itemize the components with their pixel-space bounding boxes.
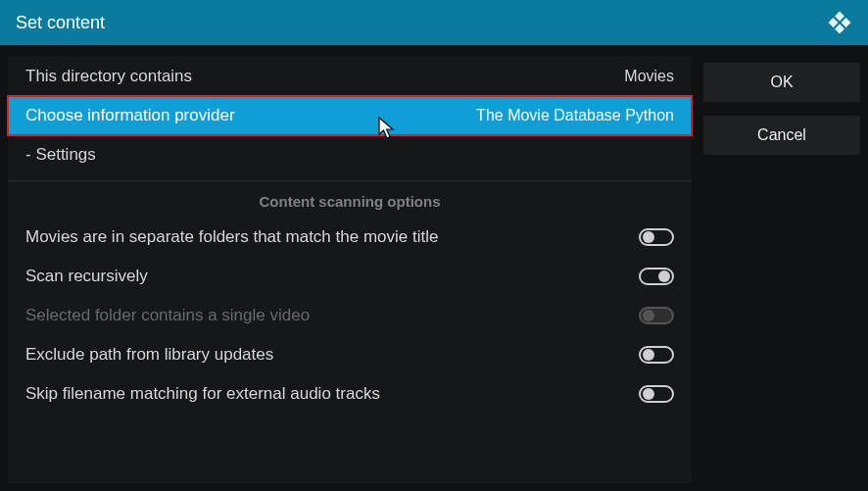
exclude-library-toggle[interactable] <box>639 346 674 364</box>
directory-contains-row[interactable]: This directory contains Movies <box>8 57 692 96</box>
svg-rect-3 <box>835 25 844 34</box>
skip-filename-label: Skip filename matching for external audi… <box>25 384 380 404</box>
single-video-row: Selected folder contains a single video <box>8 296 692 335</box>
skip-filename-row[interactable]: Skip filename matching for external audi… <box>8 374 692 414</box>
single-video-toggle <box>639 307 674 324</box>
scan-recursively-row[interactable]: Scan recursively <box>8 257 692 296</box>
titlebar: Set content <box>0 0 868 45</box>
provider-settings-label: - Settings <box>25 145 96 165</box>
kodi-logo-icon <box>827 10 852 35</box>
set-content-dialog: Set content This directory contains Movi… <box>0 0 868 491</box>
section-header: Content scanning options <box>8 180 692 218</box>
directory-contains-label: This directory contains <box>25 67 192 86</box>
provider-settings-row[interactable]: - Settings <box>8 135 692 174</box>
separate-folders-toggle[interactable] <box>639 228 674 246</box>
side-buttons: OK Cancel <box>703 57 860 483</box>
exclude-library-row[interactable]: Exclude path from library updates <box>8 335 692 374</box>
titlebar-title: Set content <box>16 13 105 33</box>
info-provider-row[interactable]: Choose information provider The Movie Da… <box>8 96 692 135</box>
cancel-button[interactable]: Cancel <box>703 116 860 155</box>
info-provider-value: The Movie Database Python <box>476 107 674 124</box>
single-video-label: Selected folder contains a single video <box>25 306 310 325</box>
separate-folders-label: Movies are in separate folders that matc… <box>25 227 438 247</box>
exclude-library-label: Exclude path from library updates <box>25 345 273 365</box>
skip-filename-toggle[interactable] <box>639 385 674 403</box>
svg-rect-2 <box>842 18 851 27</box>
dialog-body: This directory contains Movies Choose in… <box>0 45 868 491</box>
scan-recursively-toggle[interactable] <box>639 268 674 285</box>
info-provider-label: Choose information provider <box>25 106 235 125</box>
svg-rect-0 <box>835 12 844 22</box>
settings-panel: This directory contains Movies Choose in… <box>8 57 692 483</box>
svg-rect-1 <box>829 18 839 27</box>
separate-folders-row[interactable]: Movies are in separate folders that matc… <box>8 218 692 257</box>
directory-contains-value: Movies <box>624 68 674 85</box>
ok-button[interactable]: OK <box>703 63 860 102</box>
scan-recursively-label: Scan recursively <box>25 267 148 286</box>
